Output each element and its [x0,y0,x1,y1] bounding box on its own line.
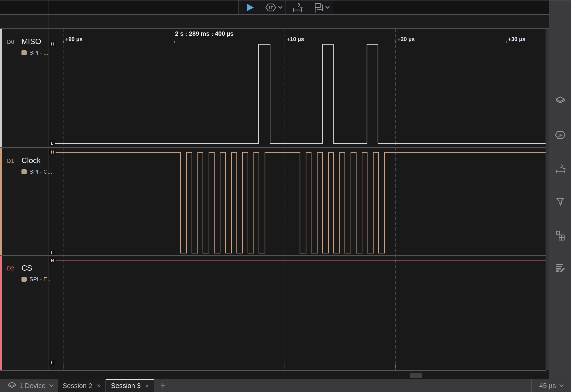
horizontal-scrollbar-track[interactable] [0,370,549,379]
capture-presets-button[interactable] [309,0,333,14]
svg-text:1F: 1F [558,133,563,138]
play-icon [246,3,254,12]
timeline-tick [63,41,64,43]
chevron-down-icon [278,6,283,9]
trace-clock [49,152,545,253]
window-top-border [0,0,571,0]
hex-display-icon: 1F [265,3,276,12]
analyzer-badge [21,50,27,55]
play-button[interactable] [239,0,262,14]
analyzer-badge [21,277,27,282]
divider [0,14,549,15]
toolbar-button-block: 1F 3 [238,0,333,14]
divider [531,379,532,392]
channel-designator: D0 [7,39,14,45]
timeline-tick [174,41,175,43]
channel-designator: D1 [7,158,14,164]
right-sidebar: 1F 3 [549,0,571,379]
channel-label-d1[interactable]: D1ClockSPI - C... [0,148,49,255]
channel-name[interactable]: MISO [21,37,41,46]
timeline-absolute-time: 2 s : 289 ms : 400 µs [175,30,234,37]
close-icon[interactable]: × [145,382,149,390]
measurement-icon: 3 [292,2,303,12]
hex-display-icon: 1F [555,130,566,140]
logic-analyzer-app: 1F 3 2 s [0,0,571,392]
add-session-button[interactable]: + [158,379,168,392]
timespan-selector[interactable]: 45 µs [535,379,571,392]
analyzer-label: SPI - E... [29,276,52,282]
devices-icon [555,96,566,105]
session-tab-session-3[interactable]: Session 3× [106,379,154,392]
horizontal-scrollbar-thumb[interactable] [410,373,422,378]
analyzer-label: SPI - ... [29,49,48,56]
svg-text:3: 3 [560,164,563,169]
channel-label-d2[interactable]: D2CSSPI - E... [0,255,49,370]
waveform-traces [49,29,545,370]
divider [0,28,549,29]
device-label: 1 Device [19,382,45,390]
notes-icon [555,263,566,273]
vertical-scrollbar-thumb[interactable] [545,29,549,370]
level-high-label: H [49,41,56,47]
toolbar: 1F 3 [0,0,571,14]
chevron-down-icon [325,6,330,9]
level-high-label: H [49,149,56,155]
timeline-offset-label: +10 µs [287,36,304,42]
flags-icon [313,2,324,13]
channel-row-resize-handle[interactable] [0,255,545,256]
device-selector[interactable]: 1 Device [0,379,58,392]
sidebar-hex-display-button[interactable]: 1F [555,129,566,140]
channel-name[interactable]: Clock [21,156,41,165]
timeline-offset-label: +20 µs [397,36,415,42]
markers-icon [555,197,565,207]
sidebar-markers-button[interactable] [555,196,566,208]
timeline-tick [396,41,396,43]
trace-miso [49,44,545,143]
channel-row-resize-handle[interactable] [0,147,545,148]
channel-name[interactable]: CS [21,264,32,273]
session-bar: 1 Device Session 2×Session 3× + 45 µs [0,379,571,392]
extensions-icon [555,230,566,240]
measurements-icon: 3 [555,164,566,174]
level-low-label: L [49,140,55,146]
device-icon [7,381,17,390]
chevron-down-icon [559,384,564,387]
sidebar-notes-button[interactable] [555,262,566,273]
hex-display-button[interactable]: 1F [262,0,286,14]
session-tab-label: Session 2 [63,382,92,390]
divider [0,370,546,371]
timeline-offset-label: +90 µs [65,36,83,42]
chevron-down-icon [49,384,54,387]
timeline-tick [506,41,507,43]
timeline-offset-label: +30 µs [508,36,526,42]
timespan-label: 45 µs [539,382,556,390]
session-tab-label: Session 3 [111,382,141,390]
sidebar-measurements-button[interactable]: 3 [555,163,566,174]
svg-text:1F: 1F [269,6,273,10]
sidebar-devices-button[interactable] [555,95,566,106]
level-high-label: H [49,258,56,264]
channel-label-d0[interactable]: D0MISOSPI - ... [0,29,49,148]
analyzer-label: SPI - C... [29,168,52,175]
analyzer-badge [21,169,27,174]
svg-text:3: 3 [297,2,300,7]
level-low-label: L [49,360,55,366]
timeline-ruler[interactable]: 2 s : 289 ms : 400 µs+90 µs+10 µs+20 µs+… [0,15,549,28]
sidebar-extensions-button[interactable] [555,230,566,241]
close-icon[interactable]: × [97,382,100,390]
session-tab-session-2[interactable]: Session 2× [58,379,105,392]
timeline-tick [285,41,285,43]
measurement-button[interactable]: 3 [286,0,309,14]
channel-designator: D2 [7,266,14,272]
session-tabs: Session 2×Session 3× [58,379,155,392]
